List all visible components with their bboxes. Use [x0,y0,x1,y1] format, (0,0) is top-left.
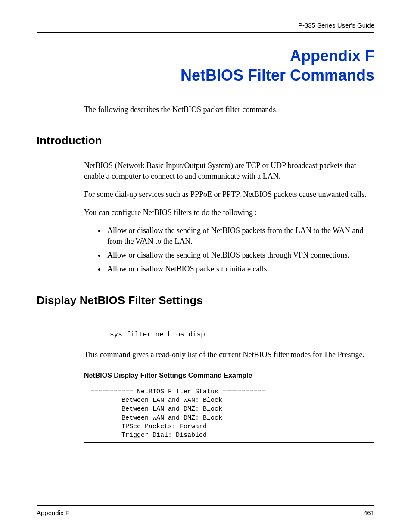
intro-bullets: Allow or disallow the sending of NetBIOS… [84,225,374,274]
bullet-item: Allow or disallow NetBIOS packets to ini… [106,264,374,274]
introduction-body: NetBIOS (Network Basic Input/Output Syst… [37,160,374,274]
example-box: =========== NetBIOS Filter Status ======… [84,385,374,443]
intro-para3: You can configure NetBIOS filters to do … [84,207,374,218]
title-line1: Appendix F [290,47,374,65]
header-rule [37,32,374,33]
footer-rule [37,505,374,506]
intro-para2: For some dial-up services such as PPPoE … [84,189,374,199]
command-text: sys filter netbios disp [110,331,374,339]
section-heading-display: Display NetBIOS Filter Settings [37,294,374,307]
header-guide-title: P-335 Series User's Guide [37,22,374,29]
bullet-item: Allow or disallow the sending of NetBIOS… [106,225,374,246]
appendix-title: Appendix F NetBIOS Filter Commands [37,46,374,85]
display-body: sys filter netbios disp This command giv… [37,331,374,443]
title-line2: NetBIOS Filter Commands [181,66,374,84]
footer-left: Appendix F [37,509,69,516]
page: P-335 Series User's Guide Appendix F Net… [0,0,411,532]
section-heading-introduction: Introduction [37,134,374,147]
intro-sentence: The following describes the NetBIOS pack… [84,104,374,115]
body-area: The following describes the NetBIOS pack… [37,104,374,115]
intro-para1: NetBIOS (Network Basic Input/Output Syst… [84,160,374,181]
footer-page-number: 461 [364,509,374,516]
display-para1: This command gives a read-only list of t… [84,349,374,360]
bullet-item: Allow or disallow the sending of NetBIOS… [106,250,374,260]
example-caption: NetBIOS Display Filter Settings Command … [84,372,374,380]
